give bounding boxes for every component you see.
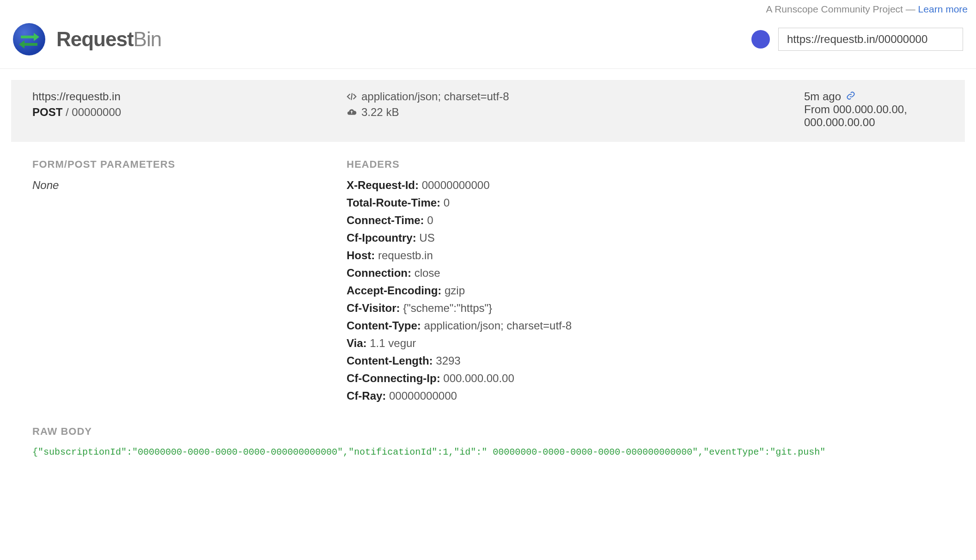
summary-content-type: application/json; charset=utf-8: [361, 90, 509, 103]
header-row: Connection: close: [347, 267, 952, 280]
form-params-title: FORM/POST PARAMETERS: [32, 158, 347, 170]
header-row: Cf-Connecting-Ip: 000.000.00.00: [347, 372, 952, 385]
header-value: 00000000000: [389, 390, 457, 402]
header-key: Content-Type:: [347, 319, 421, 332]
summary-from-label: From: [804, 103, 830, 116]
learn-more-link[interactable]: Learn more: [918, 4, 968, 14]
header-value: 1.1 vegur: [370, 337, 416, 349]
headers-title: HEADERS: [347, 158, 952, 170]
status-indicator-icon: [751, 30, 770, 49]
summary-endpoint: https://requestb.in POST / 00000000: [32, 90, 347, 129]
raw-body-section: RAW BODY {"subscriptionId":"00000000-000…: [11, 412, 965, 465]
arrows-icon: [18, 28, 40, 50]
header-value: 3293: [436, 354, 460, 367]
brand-part1: Request: [56, 28, 134, 50]
header-key: X-Request-Id:: [347, 179, 419, 191]
header-row: Content-Type: application/json; charset=…: [347, 319, 952, 332]
header-value: requestb.in: [378, 249, 433, 262]
summary-time-ago: 5m ago: [804, 90, 841, 103]
header-key: Total-Route-Time:: [347, 196, 440, 209]
header-row: Total-Route-Time: 0: [347, 196, 952, 209]
header-value: 0: [427, 214, 433, 226]
header-row: Via: 1.1 vegur: [347, 337, 952, 350]
header-row: Accept-Encoding: gzip: [347, 284, 952, 297]
header-key: Via:: [347, 337, 367, 349]
summary-source: 5m ago From 000.000.00.00, 000.000.00.00: [804, 90, 952, 129]
summary-payload-meta: application/json; charset=utf-8 3.22 kB: [347, 90, 804, 129]
brand-part2: Bin: [134, 28, 162, 50]
header-key: Accept-Encoding:: [347, 284, 441, 297]
header-row: Cf-Ipcountry: US: [347, 231, 952, 244]
form-params-value: None: [32, 179, 347, 192]
tagline-text: A Runscope Community Project —: [766, 4, 918, 14]
header-row: Content-Length: 3293: [347, 354, 952, 367]
header-value: close: [415, 267, 440, 279]
summary-path: / 00000000: [66, 106, 121, 118]
raw-body-content[interactable]: {"subscriptionId":"00000000-0000-0000-00…: [32, 446, 952, 460]
brand-title: RequestBin: [56, 28, 161, 51]
header-key: Cf-Connecting-Ip:: [347, 372, 440, 384]
header-row: Host: requestb.in: [347, 249, 952, 262]
header-value: US: [419, 231, 434, 244]
header-row: X-Request-Id: 00000000000: [347, 179, 952, 192]
summary-method: POST: [32, 106, 62, 118]
header-key: Host:: [347, 249, 375, 262]
header-row: Cf-Ray: 00000000000: [347, 390, 952, 402]
headers-list: X-Request-Id: 00000000000Total-Route-Tim…: [347, 179, 952, 402]
header-key: Cf-Visitor:: [347, 302, 400, 314]
header-key: Cf-Ipcountry:: [347, 231, 416, 244]
code-icon: [347, 91, 357, 102]
upload-cloud-icon: [347, 107, 357, 117]
header-value: 0: [444, 196, 450, 209]
bin-url-input[interactable]: https://requestb.in/00000000: [778, 28, 963, 51]
headers-section: HEADERS X-Request-Id: 00000000000Total-R…: [347, 158, 952, 407]
community-project-banner: A Runscope Community Project — Learn mor…: [0, 0, 976, 15]
page-header: RequestBin https://requestb.in/00000000: [0, 15, 976, 69]
summary-size: 3.22 kB: [361, 106, 399, 119]
header-key: Connection:: [347, 267, 411, 279]
request-summary-panel: https://requestb.in POST / 00000000 appl…: [11, 80, 965, 142]
header-row: Connect-Time: 0: [347, 214, 952, 227]
permalink-icon[interactable]: [846, 90, 855, 103]
header-row: Cf-Visitor: {"scheme":"https"}: [347, 302, 952, 315]
header-value: {"scheme":"https"}: [403, 302, 492, 314]
header-key: Content-Length:: [347, 354, 433, 367]
summary-host: https://requestb.in: [32, 90, 347, 103]
header-value: 000.000.00.00: [443, 372, 514, 384]
header-value: gzip: [445, 284, 465, 297]
form-params-section: FORM/POST PARAMETERS None: [32, 158, 347, 407]
requestbin-logo: [13, 23, 45, 55]
header-key: Cf-Ray:: [347, 390, 386, 402]
header-value: application/json; charset=utf-8: [424, 319, 572, 332]
header-value: 00000000000: [422, 179, 490, 191]
request-details: FORM/POST PARAMETERS None HEADERS X-Requ…: [11, 142, 965, 412]
header-key: Connect-Time:: [347, 214, 424, 226]
raw-body-title: RAW BODY: [32, 426, 952, 438]
